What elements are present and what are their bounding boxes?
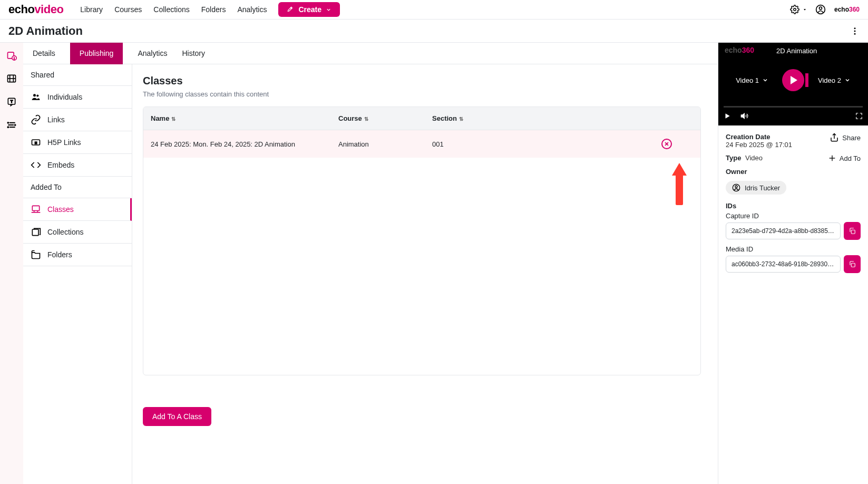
owner-pill[interactable]: Idris Tucker [726, 181, 786, 195]
copy-icon [849, 260, 856, 268]
owner-name: Idris Tucker [745, 184, 780, 192]
svg-rect-40 [851, 230, 855, 234]
video-player[interactable]: echo360 2D Animation Video 1 Video 2 [718, 43, 868, 125]
sort-icon: ⇅ [364, 116, 368, 122]
chevron-down-icon [326, 7, 331, 13]
svg-point-6 [854, 33, 856, 34]
sidenav-individuals[interactable]: Individuals [23, 86, 132, 109]
sidenav-item-label: Collections [47, 228, 83, 236]
people-icon [31, 92, 41, 102]
svg-point-3 [819, 7, 822, 9]
sort-icon: ⇅ [171, 116, 175, 122]
type-value: Video [745, 154, 763, 162]
main-subtitle: The following classes contain this conte… [143, 90, 701, 98]
code-icon [31, 160, 41, 170]
magic-wand-icon [287, 6, 294, 13]
table-row[interactable]: 24 Feb 2025: Mon. Feb 24, 2025: 2D Anima… [143, 130, 700, 158]
settings-icon[interactable] [790, 5, 799, 14]
add-to-class-button[interactable]: Add To A Class [143, 407, 211, 426]
create-button-label: Create [298, 5, 321, 14]
owner-label: Owner [726, 168, 861, 176]
svg-text:i: i [14, 57, 14, 60]
nav-courses[interactable]: Courses [114, 5, 142, 14]
more-options-icon[interactable] [850, 26, 860, 36]
ids-label: IDs [726, 202, 861, 210]
nav-analytics[interactable]: Analytics [237, 5, 267, 14]
copy-capture-id-button[interactable] [844, 222, 861, 240]
rail-film-icon[interactable] [6, 73, 17, 84]
player-title: 2D Animation [776, 47, 817, 55]
svg-point-20 [15, 124, 16, 125]
col-section[interactable]: Section⇅ [432, 114, 516, 122]
col-course[interactable]: Course⇅ [338, 114, 432, 122]
tab-analytics[interactable]: Analytics [138, 43, 167, 64]
sidenav-item-label: Individuals [47, 93, 82, 101]
share-button[interactable]: Share [830, 133, 861, 142]
volume-icon[interactable] [740, 112, 749, 120]
svg-point-4 [854, 27, 856, 29]
sidenav-classes[interactable]: Classes [23, 198, 132, 221]
video2-selector[interactable]: Video 2 [818, 76, 851, 84]
classes-icon [31, 204, 41, 215]
progress-bar[interactable] [724, 106, 863, 108]
creation-date-value: 24 Feb 2025 @ 17:01 [726, 141, 792, 149]
link-icon [31, 114, 41, 125]
play-button[interactable] [782, 69, 804, 91]
sidenav-item-label: H5P Links [47, 138, 81, 147]
sidenav-shared-label: Shared [23, 64, 132, 86]
remove-from-class-button[interactable] [661, 139, 672, 149]
sidenav-folders[interactable]: Folders [23, 244, 132, 266]
capture-id-value[interactable]: 2a23e5ab-d729-4d2a-a8bb-d8385db… [726, 222, 841, 239]
tiny-chevron-icon [803, 7, 807, 12]
rail-media-icon[interactable]: i [6, 50, 17, 61]
tab-details[interactable]: Details [33, 43, 55, 64]
cell-name: 24 Feb 2025: Mon. Feb 24, 2025: 2D Anima… [151, 140, 338, 148]
brand-small: echo360 [834, 6, 860, 13]
col-name[interactable]: Name⇅ [151, 114, 338, 122]
fullscreen-icon[interactable] [855, 112, 863, 120]
play-small-icon[interactable] [724, 112, 731, 120]
nav-folders[interactable]: Folders [201, 5, 226, 14]
sort-icon: ⇅ [459, 116, 463, 122]
sidenav-h5p[interactable]: H H5P Links [23, 131, 132, 154]
media-id-value[interactable]: ac060bb3-2732-48a6-918b-28930c6a… [726, 256, 841, 273]
svg-point-19 [8, 122, 9, 123]
capture-id-label: Capture ID [726, 212, 861, 220]
tab-bar: Details Publishing Analytics History [23, 43, 718, 64]
nav-library[interactable]: Library [80, 5, 103, 14]
svg-point-39 [735, 186, 737, 188]
cell-course: Animation [338, 140, 432, 148]
annotation-arrow [674, 163, 685, 205]
share-icon [830, 133, 839, 142]
video1-selector[interactable]: Video 1 [736, 76, 768, 84]
h5p-icon: H [31, 137, 41, 148]
sidenav-item-label: Embeds [47, 161, 74, 169]
collections-icon [31, 227, 41, 237]
page-title: 2D Animation [8, 24, 83, 38]
folder-icon [31, 249, 41, 260]
cell-section: 001 [432, 140, 516, 148]
copy-media-id-button[interactable] [844, 255, 861, 273]
svg-point-22 [33, 94, 36, 96]
nav-collections[interactable]: Collections [153, 5, 189, 14]
chevron-down-icon [844, 77, 851, 83]
rail-list-icon[interactable] [6, 120, 17, 130]
logo[interactable]: echovideo [8, 3, 63, 16]
rail-transcript-icon[interactable]: T [6, 96, 17, 107]
svg-text:T: T [11, 99, 13, 104]
classes-table: Name⇅ Course⇅ Section⇅ 24 Feb 2025: Mon.… [143, 107, 701, 375]
tab-history[interactable]: History [182, 43, 205, 64]
create-button[interactable]: Create [278, 2, 340, 17]
svg-rect-26 [32, 206, 39, 210]
sidenav-item-label: Folders [47, 250, 72, 259]
sidenav-links[interactable]: Links [23, 109, 132, 131]
svg-point-0 [794, 8, 796, 11]
svg-marker-33 [726, 113, 730, 118]
tab-publishing[interactable]: Publishing [70, 43, 123, 64]
sidenav-collections[interactable]: Collections [23, 221, 132, 244]
player-logo: echo360 [725, 46, 754, 54]
add-to-button[interactable]: Add To [828, 154, 861, 162]
sidenav-embeds[interactable]: Embeds [23, 154, 132, 177]
media-id-label: Media ID [726, 245, 861, 253]
account-icon[interactable] [815, 4, 826, 15]
